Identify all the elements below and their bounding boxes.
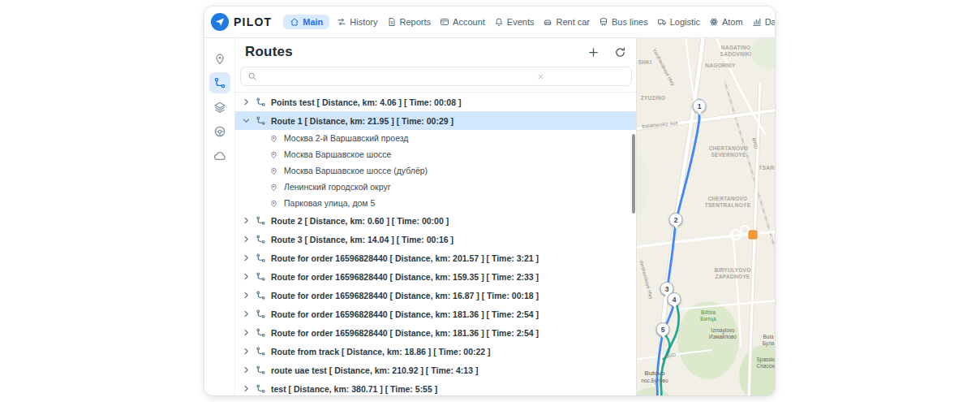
- chevron-right-icon[interactable]: [242, 348, 251, 355]
- scrollbar-thumb[interactable]: [632, 134, 635, 214]
- pilot-logo-icon: [211, 13, 229, 31]
- sidebar-item-routes[interactable]: [209, 72, 230, 93]
- route-row[interactable]: route uae test [ Distance, km: 210.92 ] …: [235, 361, 637, 379]
- route-icon: [256, 215, 266, 226]
- nav-item-label: Bus lines: [612, 17, 648, 27]
- nav-item-atom[interactable]: Atom: [707, 15, 745, 29]
- chevron-down-icon[interactable]: [243, 116, 250, 125]
- route-row[interactable]: Route 3 [ Distance, km: 14.04 ] [ Time: …: [235, 230, 637, 249]
- route-icon: [256, 253, 266, 263]
- clear-search-button[interactable]: [535, 71, 546, 82]
- route-row[interactable]: Route for order 16596828440 [ Distance, …: [235, 286, 637, 305]
- search-box[interactable]: [240, 67, 632, 86]
- chevron-right-icon[interactable]: [242, 310, 251, 318]
- refresh-button[interactable]: [613, 45, 627, 59]
- route-icon: [256, 97, 266, 107]
- map-label: SHKI: [638, 59, 652, 66]
- nav-item-history[interactable]: History: [335, 15, 379, 29]
- chevron-right-icon[interactable]: [242, 254, 251, 262]
- map-label: CHERTANOVOTSENTRALNOYE: [705, 196, 751, 210]
- map-pin-icon: [269, 183, 278, 192]
- sidebar-item-places[interactable]: [209, 48, 230, 69]
- bus-icon: [599, 17, 608, 27]
- routes-panel-header: Routes: [235, 38, 637, 66]
- route-row[interactable]: Route for order 16596828440 [ Distance, …: [235, 305, 637, 323]
- top-navbar: PILOT MainHistoryReportsAccountEventsRen…: [204, 6, 775, 38]
- route-point-row[interactable]: Москва 2-й Варшавский проезд: [235, 130, 637, 146]
- nav-item-label: Main: [303, 17, 323, 27]
- navbar-items: MainHistoryReportsAccountEventsRent carB…: [283, 15, 775, 29]
- map-label: NAGORNIY: [705, 63, 735, 69]
- nav-item-dashboard[interactable]: Dashboard: [750, 15, 775, 29]
- nav-item-bus-lines[interactable]: Bus lines: [597, 15, 650, 29]
- route-label: Route for order 16596828440 [ Distance, …: [271, 309, 539, 319]
- route-row[interactable]: Points test [ Distance, km: 4.06 ] [ Tim…: [235, 93, 637, 111]
- route-icon: [256, 346, 266, 357]
- route-row[interactable]: Route for order 16596828440 [ Distance, …: [235, 323, 637, 342]
- chevron-right-icon[interactable]: [242, 236, 251, 243]
- sidebar-item-transport[interactable]: [209, 121, 230, 142]
- route-row[interactable]: Route for order 16596828440 [ Distance, …: [235, 267, 637, 286]
- route-point-row[interactable]: Москва Варшавское шоссе (дублёр): [235, 162, 637, 179]
- route-label: Route for order 16596828440 [ Distance, …: [271, 253, 539, 263]
- road-shield-icon: [749, 231, 758, 240]
- route-row[interactable]: test [ Distance, km: 380.71 ] [ Time: 5:…: [235, 379, 637, 396]
- map-label: MRD: [750, 137, 758, 149]
- route-row[interactable]: Route 1 [ Distance, km: 21.95 ] [ Time: …: [235, 111, 637, 130]
- routes-panel: Routes Points test [ Distance, km: 4.06 …: [234, 38, 637, 396]
- chart-icon: [752, 17, 762, 27]
- nav-item-reports[interactable]: Reports: [385, 15, 433, 29]
- nav-item-account[interactable]: Account: [438, 15, 487, 29]
- route-point-label: Москва Варшавское шоссе: [284, 149, 391, 159]
- route-row[interactable]: Route for order 16596828440 [ Distance, …: [235, 249, 637, 267]
- chevron-right-icon[interactable]: [242, 329, 251, 336]
- map[interactable]: NAGATINOSADOVNIKISHKINAGORNIYZYUZINOCHER…: [636, 38, 775, 396]
- nav-item-main[interactable]: Main: [283, 15, 329, 29]
- route-marker-5[interactable]: 5: [656, 322, 670, 336]
- route-marker-2[interactable]: 2: [669, 213, 683, 227]
- chevron-right-icon[interactable]: [242, 98, 251, 106]
- chevron-right-icon[interactable]: [242, 217, 251, 224]
- search-row: [235, 66, 637, 92]
- route-point-row[interactable]: Москва Варшавское шоссе: [235, 146, 637, 162]
- route-icon: [256, 271, 266, 282]
- route-label: Points test [ Distance, km: 4.06 ] [ Tim…: [271, 97, 461, 107]
- route-point-row[interactable]: Ленинский городской округ: [235, 179, 637, 195]
- route-marker-4[interactable]: 4: [668, 292, 681, 306]
- route-label: route uae test [ Distance, km: 210.92 ] …: [271, 365, 478, 375]
- cloud-icon: [213, 149, 226, 162]
- route-row[interactable]: Route from track [ Distance, km: 18.86 ]…: [235, 342, 637, 361]
- map-label: Varshavskoye Hwy: [637, 259, 654, 300]
- chevron-right-icon[interactable]: [242, 366, 251, 374]
- map-pin-icon: [269, 134, 278, 143]
- routes-list-inner: Points test [ Distance, km: 4.06 ] [ Tim…: [235, 93, 637, 396]
- chevron-right-icon[interactable]: [242, 292, 251, 299]
- panel-header-actions: [587, 45, 627, 59]
- route-point-row[interactable]: Парковая улица, дом 5: [235, 195, 637, 211]
- app-window: PILOT MainHistoryReportsAccountEventsRen…: [204, 6, 775, 396]
- chevron-right-icon[interactable]: [242, 385, 251, 392]
- nav-item-label: Reports: [400, 17, 432, 27]
- route-icon: [256, 365, 266, 375]
- nav-item-logistic[interactable]: Logistic: [655, 15, 702, 29]
- add-route-button[interactable]: [587, 45, 600, 59]
- route-marker-1[interactable]: 1: [693, 99, 707, 113]
- sidebar-item-weather[interactable]: [209, 145, 230, 166]
- layers-icon: [213, 101, 226, 114]
- route-label: Route from track [ Distance, km: 18.86 ]…: [271, 347, 491, 357]
- search-input[interactable]: [262, 71, 525, 82]
- atom-icon: [709, 17, 719, 27]
- route-icon: [213, 76, 226, 89]
- chevron-right-icon[interactable]: [242, 273, 251, 280]
- map-label: NAGATINOSADOVNIKI: [720, 45, 752, 58]
- nav-item-rent-car[interactable]: Rent car: [541, 15, 591, 29]
- left-icon-sidebar: [204, 38, 234, 396]
- pilot-logo[interactable]: PILOT: [211, 13, 272, 31]
- map-pin-icon: [269, 166, 278, 175]
- route-row[interactable]: Route 2 [ Distance, km: 0.60 ] [ Time: 0…: [235, 211, 637, 230]
- home-icon: [290, 17, 299, 27]
- sidebar-item-layers[interactable]: [209, 97, 230, 118]
- map-label: Varshavskoye Hwy: [651, 48, 676, 87]
- nav-item-events[interactable]: Events: [492, 15, 536, 29]
- route-label: Route 3 [ Distance, km: 14.04 ] [ Time: …: [271, 235, 453, 244]
